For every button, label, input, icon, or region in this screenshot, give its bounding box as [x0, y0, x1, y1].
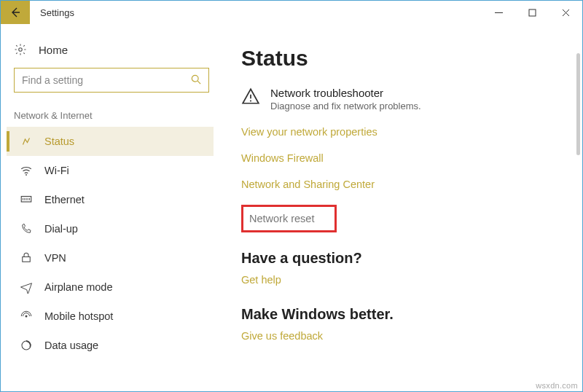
- minimize-button[interactable]: [482, 1, 515, 24]
- search-input[interactable]: [22, 74, 191, 86]
- svg-point-2: [192, 75, 198, 82]
- window-controls: [482, 1, 582, 24]
- sidebar-item-label: Mobile hotspot: [44, 310, 113, 322]
- svg-point-8: [250, 100, 251, 101]
- sidebar-item-vpn[interactable]: VPN: [7, 243, 214, 273]
- sidebar-item-wifi[interactable]: Wi-Fi: [7, 156, 214, 185]
- question-heading: Have a question?: [241, 250, 575, 267]
- link-view-network-properties[interactable]: View your network properties: [241, 126, 575, 138]
- sidebar-item-status[interactable]: Status: [7, 127, 214, 156]
- svg-rect-0: [529, 9, 536, 16]
- search-box[interactable]: [14, 68, 209, 93]
- sidebar-item-label: Status: [44, 136, 74, 147]
- troubleshooter-subtitle: Diagnose and fix network problems.: [270, 101, 421, 111]
- sidebar-section-label: Network & Internet: [7, 107, 214, 127]
- link-network-reset[interactable]: Network reset: [249, 213, 314, 224]
- close-button[interactable]: [549, 1, 582, 24]
- sidebar-item-label: Wi-Fi: [44, 165, 69, 176]
- vpn-icon: [20, 251, 33, 264]
- troubleshooter-row[interactable]: Network troubleshooter Diagnose and fix …: [241, 87, 575, 111]
- minimize-icon: [495, 9, 503, 17]
- airplane-icon: [20, 281, 33, 294]
- wifi-icon: [20, 164, 33, 177]
- back-arrow-icon: [9, 7, 21, 18]
- sidebar-item-label: Data usage: [44, 340, 98, 351]
- close-icon: [562, 9, 570, 17]
- back-button[interactable]: [1, 1, 30, 24]
- sidebar-item-label: VPN: [44, 252, 66, 264]
- svg-rect-5: [23, 257, 31, 262]
- feedback-heading: Make Windows better.: [241, 306, 575, 323]
- home-button[interactable]: Home: [7, 40, 214, 68]
- sidebar-item-label: Airplane mode: [44, 281, 113, 293]
- sidebar-item-ethernet[interactable]: Ethernet: [7, 185, 214, 214]
- warning-icon: [241, 87, 260, 111]
- troubleshooter-title: Network troubleshooter: [270, 87, 421, 99]
- link-network-sharing-center[interactable]: Network and Sharing Center: [241, 179, 575, 190]
- scrollbar[interactable]: [571, 24, 581, 390]
- phone-icon: [20, 222, 33, 235]
- hotspot-icon: [20, 310, 33, 323]
- home-label: Home: [39, 44, 68, 56]
- gear-icon: [14, 43, 27, 56]
- question-section: Have a question? Get help: [241, 250, 575, 286]
- network-reset-highlight: Network reset: [241, 205, 337, 232]
- maximize-icon: [528, 9, 536, 17]
- main-pane: Status Network troubleshooter Diagnose a…: [219, 24, 582, 391]
- scrollbar-thumb[interactable]: [576, 53, 580, 155]
- titlebar: Settings: [1, 1, 582, 24]
- maximize-button[interactable]: [515, 1, 549, 24]
- feedback-section: Make Windows better. Give us feedback: [241, 306, 575, 342]
- sidebar-item-label: Ethernet: [44, 194, 85, 205]
- ethernet-icon: [20, 193, 33, 206]
- svg-point-1: [19, 48, 23, 52]
- link-give-feedback[interactable]: Give us feedback: [241, 330, 575, 342]
- search-icon: [191, 74, 201, 87]
- status-icon: [20, 135, 33, 148]
- sidebar-item-airplane[interactable]: Airplane mode: [7, 273, 214, 302]
- content-area: Home Network & Internet Status Wi-Fi: [1, 24, 582, 391]
- watermark: wsxdn.com: [536, 381, 578, 390]
- troubleshooter-text: Network troubleshooter Diagnose and fix …: [270, 87, 421, 111]
- sidebar-item-dialup[interactable]: Dial-up: [7, 214, 214, 243]
- sidebar: Home Network & Internet Status Wi-Fi: [1, 24, 219, 391]
- data-usage-icon: [20, 339, 33, 352]
- settings-window: Settings Home: [0, 0, 583, 392]
- sidebar-item-label: Dial-up: [44, 223, 78, 235]
- sidebar-item-datausage[interactable]: Data usage: [7, 331, 214, 360]
- sidebar-item-hotspot[interactable]: Mobile hotspot: [7, 302, 214, 331]
- window-title: Settings: [30, 7, 74, 18]
- page-title: Status: [241, 46, 575, 71]
- svg-point-3: [26, 174, 27, 176]
- svg-point-6: [26, 315, 28, 318]
- link-get-help[interactable]: Get help: [241, 274, 575, 286]
- link-windows-firewall[interactable]: Windows Firewall: [241, 152, 575, 164]
